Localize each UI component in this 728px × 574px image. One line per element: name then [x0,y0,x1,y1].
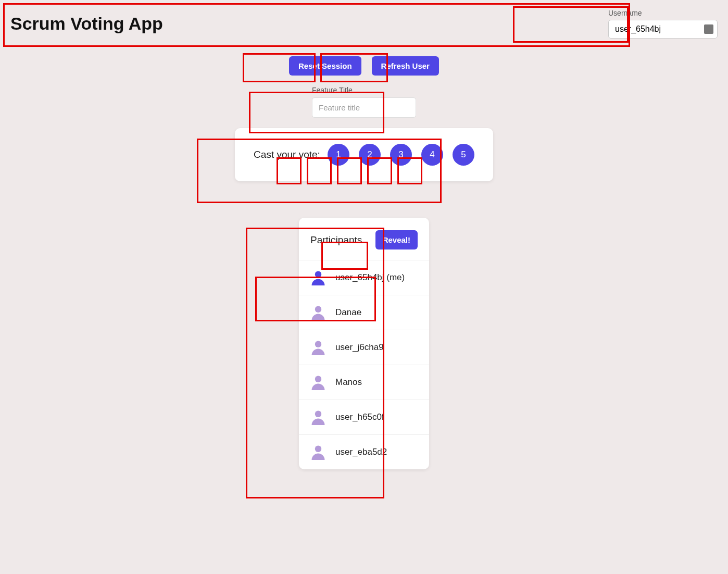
svg-point-4 [315,411,322,418]
svg-point-1 [315,306,322,313]
user-icon [310,375,326,390]
vote-option-3[interactable]: 3 [390,144,412,166]
header: Scrum Voting App Username [0,0,728,47]
svg-point-2 [315,341,322,348]
reset-session-button[interactable]: Reset Session [289,56,361,76]
vote-option-4[interactable]: 4 [421,144,443,166]
vote-option-2[interactable]: 2 [359,144,381,166]
app-title: Scrum Voting App [10,14,163,34]
vote-label: Cast your vote: [254,149,320,160]
participants-title: Participants [310,234,362,246]
participant-row: Danae [299,295,429,330]
participant-name: user_j6cha9 [335,342,384,353]
participant-name: Manos [335,377,362,388]
participants-card: Participants Reveal! user_65h4bj (me)Dan… [299,218,429,469]
svg-point-5 [315,446,322,453]
feature-title-block: Feature Title [312,86,416,118]
participant-row: user_eba5d2 [299,434,429,469]
user-icon [310,305,326,320]
participant-name: user_h65c0f [335,412,384,422]
user-icon [310,270,326,285]
participant-name: Danae [335,307,361,318]
vote-card: Cast your vote: 12345 [235,128,493,181]
reveal-button[interactable]: Reveal! [375,230,418,249]
username-block: Username [608,9,718,39]
username-input[interactable] [608,20,718,39]
feature-title-label: Feature Title [312,86,416,94]
feature-title-input[interactable] [312,97,416,118]
participant-row: user_j6cha9 [299,330,429,365]
vote-option-5[interactable]: 5 [453,144,474,166]
vote-option-1[interactable]: 1 [328,144,349,166]
participants-list: user_65h4bj (me)Danaeuser_j6cha9Manosuse… [299,260,429,469]
svg-point-3 [315,376,322,383]
user-icon [310,444,326,460]
participant-name: user_65h4bj (me) [335,272,405,283]
credential-icon [704,24,713,34]
participant-row: user_h65c0f [299,400,429,434]
vote-options: 12345 [328,144,474,166]
participant-row: Manos [299,365,429,400]
user-icon [310,340,326,355]
participant-name: user_eba5d2 [335,447,387,457]
refresh-user-button[interactable]: Refresh User [372,56,439,76]
user-icon [310,409,326,425]
svg-point-0 [315,271,322,278]
action-buttons-row: Reset Session Refresh User [289,56,439,76]
participant-row: user_65h4bj (me) [299,260,429,295]
username-label: Username [608,9,718,17]
